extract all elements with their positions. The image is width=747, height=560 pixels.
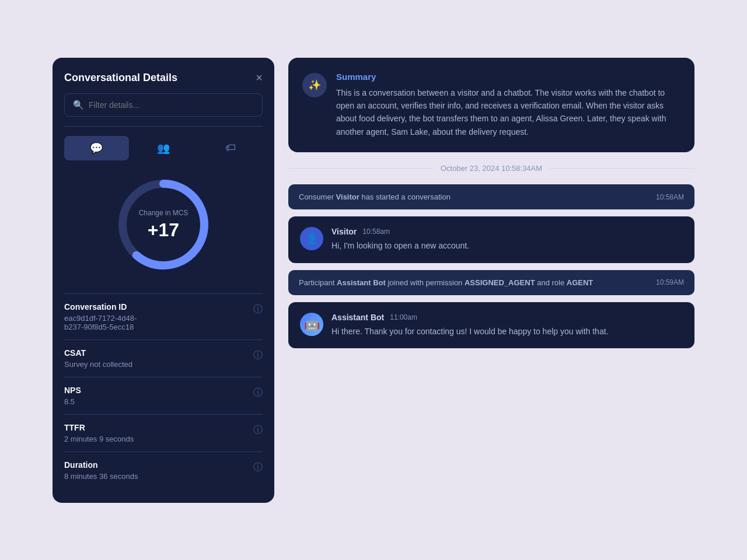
system-msg-bot-row: Participant Assistant Bot joined with pe… [299,278,684,287]
detail-row-nps: NPS 8.5 ⓘ [64,377,263,414]
info-icon-conversation-id[interactable]: ⓘ [253,303,263,316]
visitor-avatar: 👤 [300,227,323,250]
visitor-bold: Visitor [336,192,359,201]
mcs-gauge: Change in MCS +17 [64,172,263,277]
info-icon-csat[interactable]: ⓘ [253,349,263,362]
info-icon-nps[interactable]: ⓘ [253,387,263,399]
detail-content-ttfr: TTFR 2 minutes 9 seconds [64,423,134,443]
detail-content-csat: CSAT Survey not collected [64,348,132,369]
tab-chat[interactable]: 💬 [64,136,129,160]
chat-msg-bot: 🤖 Assistant Bot 11:00am Hi there. Thank … [288,302,694,349]
detail-label-conversation-id: Conversation ID [64,302,137,312]
system-msg-time-2: 10:59AM [656,278,684,286]
search-icon: 🔍 [73,100,84,110]
detail-value-ttfr: 2 minutes 9 seconds [64,435,134,443]
left-panel: Conversational Details × 🔍 💬 👥 🏷 Change … [53,58,274,503]
date-line-right [549,168,694,169]
close-button[interactable]: × [256,72,263,83]
search-bar: 🔍 [64,93,263,117]
visitor-msg-text: Hi, I'm looking to open a new account. [331,240,469,253]
panel-header: Conversational Details × [64,72,263,84]
sparkle-icon: ✨ [308,79,321,92]
panel-divider [64,126,263,127]
details-list: Conversation ID eac9d1df-7172-4d48-b237-… [64,293,263,489]
bot-msg-time: 11:00am [390,313,417,321]
detail-row-duration: Duration 8 minutes 36 seconds ⓘ [64,452,263,489]
summary-title: Summary [336,72,680,82]
detail-row-csat: CSAT Survey not collected ⓘ [64,340,263,377]
detail-label-ttfr: TTFR [64,423,134,432]
detail-value-duration: 8 minutes 36 seconds [64,472,138,481]
bot-msg-content: Assistant Bot 11:00am Hi there. Thank yo… [331,313,608,338]
system-msg-text: Consumer Visitor has started a conversat… [299,192,451,201]
system-msg-visitor-started: Consumer Visitor has started a conversat… [288,184,694,209]
gauge-wrapper: Change in MCS +17 [111,172,216,277]
assigned-agent-bold: ASSIGNED_AGENT [465,278,535,287]
detail-content-duration: Duration 8 minutes 36 seconds [64,460,138,481]
detail-value-conversation-id: eac9d1df-7172-4d48-b237-90f8d5-5ecc18 [64,314,137,331]
system-msg-bot-text: Participant Assistant Bot joined with pe… [299,278,593,287]
agent-role-bold: AGENT [567,278,594,287]
system-msg-time-1: 10:58AM [656,193,684,201]
detail-label-nps: NPS [64,386,81,395]
date-text: October 23, 2024 10:58:34AM [441,164,542,173]
summary-card: ✨ Summary This is a conversation between… [288,58,694,153]
chat-msg-visitor: 👤 Visitor 10:58am Hi, I'm looking to ope… [288,216,694,263]
gauge-label: Change in MCS [139,208,189,216]
right-panel: ✨ Summary This is a conversation between… [288,58,694,349]
summary-text: This is a conversation between a visitor… [336,86,680,139]
visitor-msg-content: Visitor 10:58am Hi, I'm looking to open … [331,227,469,253]
info-icon-duration[interactable]: ⓘ [253,461,263,474]
panel-title: Conversational Details [64,72,177,84]
tabs-container: 💬 👥 🏷 [64,136,263,160]
visitor-msg-time: 10:58am [362,228,390,236]
bot-msg-header: Assistant Bot 11:00am [331,313,608,322]
detail-row-ttfr: TTFR 2 minutes 9 seconds ⓘ [64,414,263,452]
app-container: Conversational Details × 🔍 💬 👥 🏷 Change … [53,58,694,503]
detail-row-conversation-id: Conversation ID eac9d1df-7172-4d48-b237-… [64,293,263,340]
info-icon-ttfr[interactable]: ⓘ [253,424,263,436]
visitor-sender: Visitor [331,227,357,236]
tab-people[interactable]: 👥 [131,136,196,160]
summary-icon-wrap: ✨ [302,73,327,97]
detail-label-duration: Duration [64,460,138,470]
summary-content: Summary This is a conversation between a… [336,72,680,139]
system-msg-bot-joined: Participant Assistant Bot joined with pe… [288,270,694,295]
assistant-bot-bold: Assistant Bot [337,278,386,287]
detail-value-nps: 8.5 [64,397,81,406]
search-input[interactable] [89,100,254,110]
tab-tag[interactable]: 🏷 [198,136,263,160]
bot-msg-text: Hi there. Thank you for contacting us! I… [331,326,608,338]
gauge-value: +17 [139,219,189,240]
date-divider: October 23, 2024 10:58:34AM [288,159,694,177]
detail-content-nps: NPS 8.5 [64,386,81,406]
detail-value-csat: Survey not collected [64,360,132,369]
detail-content-conversation-id: Conversation ID eac9d1df-7172-4d48-b237-… [64,302,137,331]
bot-sender: Assistant Bot [331,313,384,322]
visitor-msg-header: Visitor 10:58am [331,227,469,236]
detail-label-csat: CSAT [64,348,132,358]
bot-avatar: 🤖 [300,313,323,336]
date-line-left [288,168,434,169]
gauge-inner: Change in MCS +17 [139,208,189,240]
